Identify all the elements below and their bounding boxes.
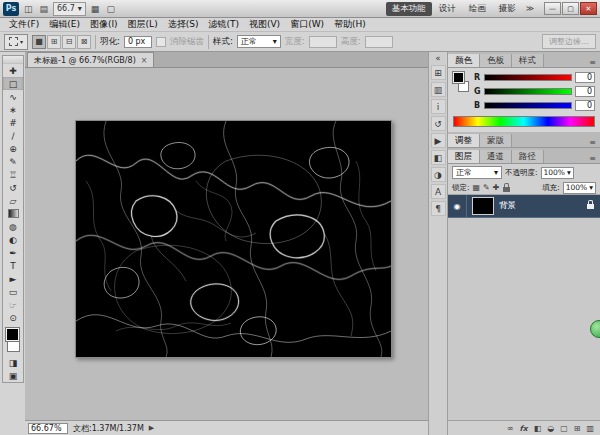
tab-close-icon[interactable]: ×: [141, 56, 148, 65]
screen-mode-icon[interactable]: ▢: [104, 4, 117, 14]
tab-swatches[interactable]: 色板: [480, 54, 512, 67]
menu-file[interactable]: 文件(F): [4, 18, 44, 31]
visibility-cell[interactable]: ◉: [448, 195, 467, 217]
eraser-tool[interactable]: ▱: [3, 194, 23, 207]
hand-tool[interactable]: ☞: [3, 298, 23, 311]
rectangular-marquee-tool[interactable]: □: [3, 77, 23, 90]
paragraph-panel-icon[interactable]: ¶: [431, 201, 446, 216]
move-tool[interactable]: ✚: [3, 64, 23, 77]
panel-menu-icon[interactable]: ≡: [585, 58, 600, 67]
green-channel-slider[interactable]: [484, 88, 572, 95]
width-input[interactable]: [309, 36, 337, 48]
menu-layer[interactable]: 图层(L): [123, 18, 163, 31]
screen-mode-button[interactable]: ▣: [3, 369, 23, 382]
shape-tool[interactable]: ▭: [3, 285, 23, 298]
delete-layer-icon[interactable]: ▥: [586, 424, 594, 433]
workspace-overflow-icon[interactable]: ≫: [523, 4, 537, 13]
workspace-painting[interactable]: 绘画: [463, 2, 492, 16]
menu-help[interactable]: 帮助(H): [329, 18, 371, 31]
document-tab[interactable]: 未标题-1 @ 66.7%(RGB/8) ×: [27, 52, 154, 67]
blue-channel-value[interactable]: 0: [575, 100, 595, 111]
green-channel-value[interactable]: 0: [575, 86, 595, 97]
arrange-documents-icon[interactable]: ▦: [89, 4, 102, 14]
character-panel-icon[interactable]: A: [431, 184, 446, 199]
adjustments-panel-icon[interactable]: ◑: [431, 167, 446, 182]
lock-all-icon[interactable]: [503, 187, 510, 192]
status-flyout-icon[interactable]: ▶: [149, 424, 154, 432]
brush-tool[interactable]: ✎: [3, 155, 23, 168]
tab-channels[interactable]: 通道: [480, 150, 512, 163]
pen-tool[interactable]: ✒: [3, 246, 23, 259]
antialias-checkbox[interactable]: [156, 37, 166, 47]
close-button[interactable]: ✕: [580, 2, 597, 15]
workspace-photography[interactable]: 摄影: [493, 2, 522, 16]
expand-dock-icon[interactable]: «: [436, 52, 441, 64]
tab-layers[interactable]: 图层: [448, 150, 480, 163]
launch-bridge-icon[interactable]: ◫: [22, 4, 35, 14]
workspace-design[interactable]: 设计: [433, 2, 462, 16]
tool-preset-picker[interactable]: ▾: [4, 34, 28, 50]
dodge-tool[interactable]: ◐: [3, 233, 23, 246]
zoom-level-control[interactable]: 66.7 ▾: [53, 2, 86, 16]
panel-menu-icon[interactable]: ≡: [585, 154, 600, 163]
history-panel-icon[interactable]: ↺: [431, 116, 446, 131]
tab-color[interactable]: 颜色: [448, 54, 480, 67]
quick-mask-button[interactable]: ◨: [3, 356, 23, 369]
gradient-tool[interactable]: [3, 207, 23, 220]
new-group-icon[interactable]: ▢: [560, 424, 568, 433]
actions-panel-icon[interactable]: ▶: [431, 133, 446, 148]
status-zoom-input[interactable]: 66.67%: [28, 423, 68, 434]
type-tool[interactable]: T: [3, 259, 23, 272]
fill-value[interactable]: 100% ▾: [563, 182, 596, 194]
healing-brush-tool[interactable]: ⊕: [3, 142, 23, 155]
canvas-image[interactable]: [75, 120, 392, 358]
foreground-color-swatch[interactable]: [6, 328, 19, 341]
tab-adjustments[interactable]: 调整: [448, 134, 480, 147]
restore-button[interactable]: ▢: [562, 2, 579, 15]
subtract-from-selection-icon[interactable]: ⊟: [62, 35, 76, 49]
lock-transparency-icon[interactable]: ▦: [473, 183, 481, 192]
red-channel-slider[interactable]: [484, 74, 572, 81]
minimize-button[interactable]: —: [544, 2, 561, 15]
history-brush-tool[interactable]: ↺: [3, 181, 23, 194]
link-layers-icon[interactable]: ∞: [507, 424, 514, 433]
foreground-color-swatch[interactable]: [453, 72, 464, 83]
feather-input[interactable]: 0 px: [124, 36, 152, 48]
menu-filter[interactable]: 滤镜(T): [203, 18, 244, 31]
path-selection-tool[interactable]: ►: [3, 272, 23, 285]
lasso-tool[interactable]: ∿: [3, 90, 23, 103]
eyedropper-tool[interactable]: ∕: [3, 129, 23, 142]
layer-thumbnail[interactable]: [472, 197, 494, 215]
canvas-background[interactable]: [25, 68, 428, 420]
crop-tool[interactable]: #: [3, 116, 23, 129]
blue-channel-slider[interactable]: [484, 102, 572, 109]
lock-pixels-icon[interactable]: ✎: [483, 183, 490, 192]
adjustment-layer-icon[interactable]: ◒: [547, 424, 554, 433]
style-select[interactable]: 正常 ▾: [237, 35, 281, 48]
intersect-selection-icon[interactable]: ⊠: [77, 35, 91, 49]
layer-row-background[interactable]: ◉ 背景: [448, 195, 600, 218]
add-to-selection-icon[interactable]: ⊞: [47, 35, 61, 49]
panel-menu-icon[interactable]: ≡: [585, 138, 600, 147]
new-selection-icon[interactable]: ■: [32, 35, 46, 49]
lock-position-icon[interactable]: ✚: [493, 183, 500, 192]
red-channel-value[interactable]: 0: [575, 72, 595, 83]
new-layer-icon[interactable]: ⊞: [574, 424, 581, 433]
layer-mask-icon[interactable]: ◧: [534, 424, 542, 433]
zoom-tool[interactable]: ⊙: [3, 311, 23, 324]
opacity-value[interactable]: 100% ▾: [541, 167, 574, 179]
menu-view[interactable]: 视图(V): [244, 18, 285, 31]
color-spectrum-ramp[interactable]: [453, 116, 595, 127]
tab-masks[interactable]: 蒙版: [480, 134, 512, 147]
masks-panel-icon[interactable]: ◧: [431, 150, 446, 165]
workspace-essentials[interactable]: 基本功能: [386, 2, 432, 16]
blend-mode-select[interactable]: 正常 ▾: [452, 166, 502, 179]
toolbox-grip[interactable]: [3, 56, 23, 64]
menu-select[interactable]: 选择(S): [163, 18, 204, 31]
menu-image[interactable]: 图像(I): [85, 18, 123, 31]
navigator-panel-icon[interactable]: ⊞: [431, 65, 446, 80]
histogram-panel-icon[interactable]: ▥: [431, 82, 446, 97]
blur-tool[interactable]: ◍: [3, 220, 23, 233]
refine-edge-button[interactable]: 调整边缘…: [542, 34, 596, 49]
quick-selection-tool[interactable]: ∗: [3, 103, 23, 116]
